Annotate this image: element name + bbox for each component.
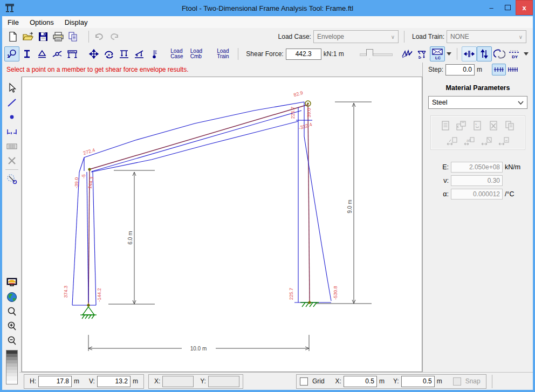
redo-button[interactable] [107,29,122,44]
insert-member-tool-button[interactable] [4,95,19,109]
step-value-input[interactable] [445,64,475,75]
bending-moment-button[interactable] [492,46,507,61]
load-case-label: Load Case: [276,33,313,40]
step-mode-dense-button[interactable] [506,64,520,75]
poisson-ratio-input[interactable] [451,175,503,186]
load-combination-button[interactable]: LoadCmb [187,46,206,61]
elastic-modulus-input[interactable] [451,162,503,173]
delete-material-icon[interactable] [488,120,499,131]
hinge-button[interactable] [50,46,65,61]
menu-file[interactable]: File [2,17,24,27]
minimize-button[interactable]: – [483,1,499,15]
envelope-value-label: 272.4 [83,147,95,156]
save-file-button[interactable] [36,29,51,44]
diagram-values-button[interactable] [415,46,430,61]
step-mode-uniform-button[interactable] [492,64,506,75]
displacement-button[interactable]: DY [507,46,522,61]
zoom-in-button[interactable] [4,319,19,333]
scale-slider[interactable] [360,49,393,59]
undo-button[interactable] [92,29,107,44]
diagram-outline-button[interactable] [400,46,415,61]
toolbar-separator [457,48,457,60]
status-divider [492,375,492,388]
linear-load-button[interactable] [132,46,147,61]
support-conditions-button[interactable] [35,46,50,61]
toolbar-separator [238,48,238,60]
grid-x-unit: m [377,377,387,385]
v-value-input[interactable] [97,376,131,387]
new-file-button[interactable] [5,29,20,44]
keyboard-input-button[interactable] [4,139,19,153]
uniform-load-button[interactable] [116,46,132,61]
supports [80,302,319,319]
apply-current-icon[interactable] [446,136,458,146]
toolbar-modes: 1 [2,45,533,63]
new-file-icon [8,31,18,42]
node-marker[interactable] [88,168,91,170]
new-material-icon[interactable] [441,120,450,131]
envelope-dropdown-button[interactable] [445,46,452,61]
print-button[interactable] [51,29,66,44]
copy-button[interactable] [66,29,81,44]
thermal-coefficient-input[interactable] [451,189,503,200]
apply-all-icon[interactable]: all [463,136,475,146]
section-properties-button[interactable] [19,46,35,61]
maximize-button[interactable] [499,1,516,15]
delete-tool-button[interactable] [4,154,19,167]
menu-display[interactable]: Display [59,17,93,27]
h-unit: m [72,377,81,385]
dimension-tool-button[interactable] [4,125,19,138]
zoom-window-button[interactable] [4,305,19,318]
select-tool-button[interactable] [4,81,19,94]
beam-member[interactable] [90,105,308,169]
slider-thumb[interactable] [366,49,373,59]
i-section-icon [22,49,32,59]
shear-force-value-input[interactable] [286,49,321,60]
apply-members-icon[interactable] [498,136,510,146]
node-marker[interactable] [87,304,90,306]
node-marker[interactable] [308,301,311,304]
apply-selected-icon[interactable] [481,136,492,146]
rename-material-icon[interactable]: s [472,120,483,131]
nodal-load-button[interactable] [86,46,101,61]
displacement-dropdown-button[interactable] [522,46,530,61]
grid-x-input[interactable] [344,376,377,387]
close-button[interactable]: x [516,0,533,15]
load-case-edit-button[interactable]: LoadCase [167,46,187,61]
load-train-edit-button[interactable]: LoadTrain [213,46,232,61]
grid-snap-segment: Grid X: m Y: m Snap [296,374,486,389]
moment-load-button[interactable] [101,46,116,61]
right-column-member[interactable] [308,105,310,302]
step-unit: m [475,66,484,73]
model-canvas[interactable]: 6.0 m 9.0 m 10.0 m [22,77,422,372]
maximize-icon [505,5,511,10]
h-value-input[interactable] [38,376,72,387]
duplicate-material-icon[interactable] [504,120,515,131]
menu-options[interactable]: Options [24,17,59,27]
fit-view-button[interactable] [4,276,19,289]
transform-tool-button[interactable] [4,172,19,185]
shear-force-button[interactable] [477,46,492,61]
snap-checkbox[interactable] [453,377,461,386]
step-marks-icon [493,66,504,73]
load-case-select[interactable]: Envelope ∨ [313,30,399,43]
open-file-button[interactable] [20,29,36,44]
dimension-label-left-height: 6.0 m [127,231,133,244]
keyboard-icon [6,141,18,151]
material-select[interactable]: Steel [428,96,527,109]
frame-template-button[interactable] [65,46,80,61]
drawing-toolbar [2,77,22,390]
envelope-value-label: 39.0 [306,108,312,118]
temperature-load-button[interactable] [147,46,162,61]
results-probe-button[interactable]: 1 [4,46,19,61]
insert-node-tool-button[interactable] [4,110,19,123]
load-train-select[interactable]: NONE ∨ [447,30,526,43]
envelope-mode-button[interactable]: LC [430,46,445,61]
zoom-out-button[interactable] [4,334,19,347]
save-material-icon[interactable] [456,120,467,131]
axial-force-button[interactable] [462,46,477,61]
grid-checkbox[interactable] [300,377,308,386]
grid-y-input[interactable] [401,376,435,387]
snap-label: Snap [463,377,483,385]
world-view-button[interactable] [4,290,19,304]
